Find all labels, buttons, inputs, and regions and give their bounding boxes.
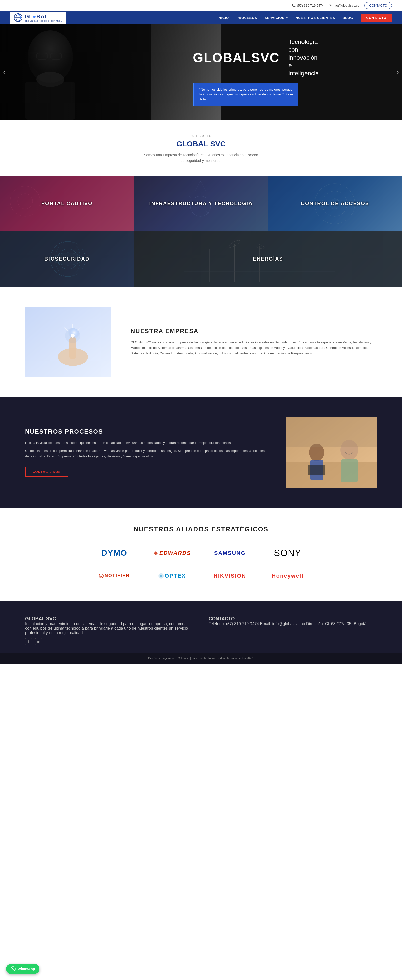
hero-prev-arrow[interactable]: ‹ bbox=[3, 68, 5, 76]
honeywell-logo: Honeywell bbox=[272, 573, 304, 579]
procesos-section: NUESTROS PROCESOS Reciba la visita de nu… bbox=[0, 397, 402, 508]
top-bar: 📞 (57) 310 719 9474 ✉ info@globalsvc.co … bbox=[0, 0, 402, 11]
service-label-infra: Infraestructura y Tecnología bbox=[149, 201, 253, 207]
hikvision-logo: HIKVISION bbox=[214, 573, 246, 579]
sony-logo: SONY bbox=[274, 548, 302, 558]
aliados-section: NUESTROS ALIADOS ESTRATÉGICOS DYMO EDWAR… bbox=[0, 508, 402, 601]
edwards-logo: EDWARDS bbox=[153, 550, 191, 557]
procesos-illustration bbox=[286, 417, 377, 488]
logo-subtitle: SEGURIDAD VIDEO & CONTROL bbox=[25, 20, 62, 22]
procesos-paragraph-2: Un detallado estudio le permitirá contar… bbox=[25, 448, 266, 459]
colombia-label: COLOMBIA bbox=[10, 135, 392, 138]
main-navigation: GL●BAL SEGURIDAD VIDEO & CONTROL INICIO … bbox=[0, 11, 402, 24]
hero-content: GLOBALSVC Tecnología con innovacióne int… bbox=[193, 38, 319, 106]
svg-point-33 bbox=[71, 334, 75, 338]
footer-phone[interactable]: Teléfono: (57) 310 719 9474 bbox=[208, 622, 259, 626]
colombia-section: COLOMBIA GLOBAL SVC Somos una Empresa de… bbox=[0, 119, 402, 176]
aliado-sony: SONY bbox=[261, 546, 314, 561]
hero-section: GLOBALSVC Tecnología con innovacióne int… bbox=[0, 24, 402, 119]
hero-overlay bbox=[0, 24, 221, 119]
aliados-title: NUESTROS ALIADOS ESTRATÉGICOS bbox=[25, 525, 377, 533]
service-bioseguridad[interactable]: BIOSEGURIDAD bbox=[0, 231, 134, 286]
notifier-icon: N bbox=[99, 574, 103, 578]
empresa-description: GLOBAL SVC nace como una Empresa de Tecn… bbox=[131, 340, 377, 356]
footer-social: f ◉ bbox=[25, 638, 194, 645]
footer-address: Dirección: Cl. 68 #77a-35, Bogotá bbox=[306, 622, 366, 626]
svg-rect-43 bbox=[341, 460, 358, 482]
facebook-icon[interactable]: f bbox=[25, 638, 32, 645]
procesos-title: NUESTROS PROCESOS bbox=[25, 428, 266, 435]
footer-email[interactable]: Email: info@globalsvc.co bbox=[260, 622, 305, 626]
nav-item-inicio[interactable]: INICIO bbox=[218, 15, 229, 20]
service-grid: PORTAL CAUTIVO Infraestructura y Tecnolo… bbox=[0, 176, 402, 286]
contactanos-button[interactable]: CONTÁCTANOS bbox=[25, 467, 68, 477]
footer-col1-text: Instalación y mantenimiento de sistemas … bbox=[25, 622, 194, 635]
procesos-text: NUESTROS PROCESOS Reciba la visita de nu… bbox=[25, 428, 266, 477]
optex-logo: OPTEX bbox=[158, 573, 186, 579]
email-address: ✉ info@globalsvc.co bbox=[329, 3, 359, 7]
nav-item-procesos[interactable]: PROCESOS bbox=[237, 15, 257, 20]
procesos-paragraph-1: Reciba la visita de nuestros asesores qu… bbox=[25, 440, 266, 445]
notifier-logo: N NOTIFIER bbox=[99, 573, 130, 578]
svg-rect-44 bbox=[286, 417, 377, 447]
footer-col1-title: GLOBAL SVC bbox=[25, 616, 194, 622]
svg-marker-45 bbox=[154, 551, 158, 555]
empresa-text: NUESTRA EMPRESA GLOBAL SVC nace como una… bbox=[131, 328, 377, 356]
logo-area: GL●BAL SEGURIDAD VIDEO & CONTROL bbox=[10, 11, 65, 24]
dymo-logo: DYMO bbox=[101, 549, 127, 558]
empresa-image bbox=[25, 307, 111, 377]
footer: GLOBAL SVC Instalación y mantenimiento d… bbox=[0, 601, 402, 653]
service-row-1: PORTAL CAUTIVO Infraestructura y Tecnolo… bbox=[0, 176, 402, 231]
service-label-energia: ENERGÍAS bbox=[253, 256, 283, 262]
service-label-control: CONTROL DE ACCESOS bbox=[301, 201, 369, 207]
aliado-hikvision: HIKVISION bbox=[203, 568, 256, 583]
empresa-title: NUESTRA EMPRESA bbox=[131, 328, 377, 335]
hero-title-main: GLOBALSVC bbox=[193, 50, 280, 65]
nav-item-clientes[interactable]: NUESTROS CLIENTES bbox=[296, 15, 335, 20]
instagram-icon[interactable]: ◉ bbox=[35, 638, 42, 645]
aliado-edwards: EDWARDS bbox=[146, 546, 199, 561]
samsung-logo: SAMSUNG bbox=[214, 550, 246, 557]
procesos-image bbox=[286, 417, 377, 488]
optex-icon bbox=[158, 573, 164, 579]
svg-point-49 bbox=[160, 574, 162, 577]
footer-col-1: GLOBAL SVC Instalación y mantenimiento d… bbox=[25, 616, 194, 645]
service-control-accesos[interactable]: CONTROL DE ACCESOS bbox=[268, 176, 402, 231]
nav-item-servicios[interactable]: SERVICIOS ▼ bbox=[265, 15, 288, 20]
phone-icon: 📞 bbox=[292, 3, 296, 7]
nav-links-list: INICIO PROCESOS SERVICIOS ▼ NUESTROS CLI… bbox=[218, 14, 392, 22]
hero-quote: "No hemos sido los primeros, pero seremo… bbox=[193, 83, 299, 106]
nav-item-contacto[interactable]: CONTACTO bbox=[361, 14, 392, 22]
footer-bottom: Diseño de páginas web Colombia | Dictero… bbox=[0, 653, 402, 664]
nav-item-blog[interactable]: BLOG bbox=[343, 15, 353, 20]
aliado-samsung: SAMSUNG bbox=[203, 546, 256, 561]
service-portal-cautivo[interactable]: PORTAL CAUTIVO bbox=[0, 176, 134, 231]
svg-rect-29 bbox=[25, 307, 111, 377]
svg-text:N: N bbox=[100, 575, 102, 577]
svg-rect-41 bbox=[308, 465, 326, 475]
email-icon: ✉ bbox=[329, 3, 332, 7]
colombia-description: Somos una Empresa de Tecnología con 20 a… bbox=[143, 152, 259, 164]
aliados-grid: DYMO EDWARDS SAMSUNG SONY N NOTIFIER bbox=[88, 546, 314, 583]
service-infraestructura[interactable]: Infraestructura y Tecnología bbox=[134, 176, 268, 231]
hero-title-sub: Tecnología con innovacióne inteligencia bbox=[288, 38, 319, 77]
service-label-portal: PORTAL CAUTIVO bbox=[41, 201, 93, 207]
service-label-bioseg: BIOSEGURIDAD bbox=[44, 256, 90, 262]
top-contact-button[interactable]: CONTACTO bbox=[364, 2, 392, 9]
hero-next-arrow[interactable]: › bbox=[397, 68, 399, 76]
aliado-dymo: DYMO bbox=[88, 546, 141, 561]
footer-bottom-text: Diseño de páginas web Colombia | Dictero… bbox=[148, 657, 254, 660]
service-row-2: BIOSEGURIDAD ENERGÍAS bbox=[0, 231, 402, 286]
hero-person-image bbox=[0, 24, 221, 119]
aliado-notifier: N NOTIFIER bbox=[88, 568, 141, 583]
logo-box: GL●BAL SEGURIDAD VIDEO & CONTROL bbox=[10, 11, 65, 24]
phone-number: 📞 (57) 310 719 9474 bbox=[292, 3, 324, 7]
colombia-title: GLOBAL SVC bbox=[10, 140, 392, 148]
empresa-section: NUESTRA EMPRESA GLOBAL SVC nace como una… bbox=[0, 286, 402, 397]
footer-col-2: CONTACTO Teléfono: (57) 310 719 9474 Ema… bbox=[208, 616, 377, 645]
footer-col2-title: CONTACTO bbox=[208, 616, 377, 622]
service-energias[interactable]: ENERGÍAS bbox=[134, 231, 402, 286]
edwards-icon bbox=[153, 550, 158, 556]
empresa-illustration bbox=[25, 307, 111, 377]
logo-text: GL●BAL bbox=[25, 13, 62, 20]
